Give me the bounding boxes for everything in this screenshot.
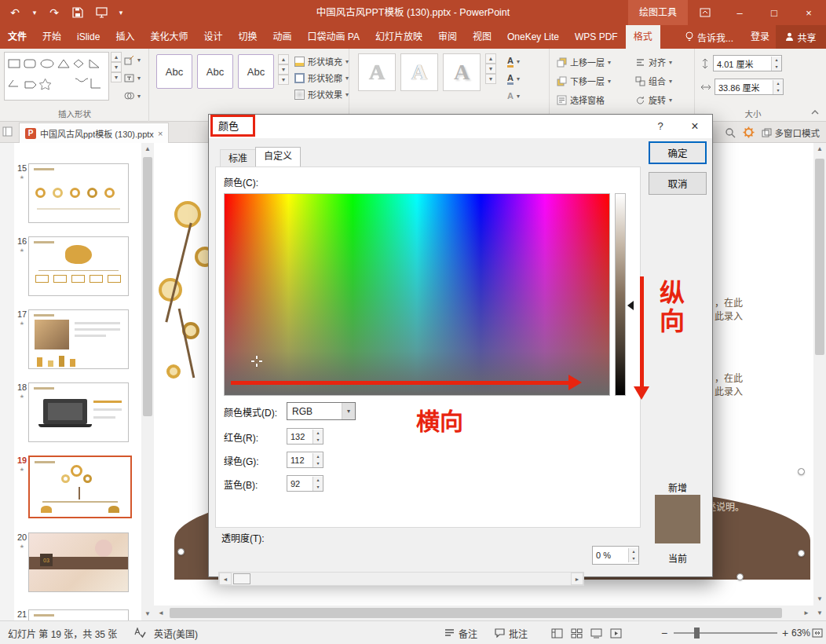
transparency-up-icon[interactable]: ▴ — [629, 548, 638, 555]
luminance-marker-icon[interactable] — [627, 301, 634, 310]
width-down-icon[interactable]: ▾ — [773, 87, 783, 94]
blue-field[interactable]: 92 ▴▾ — [287, 475, 323, 492]
minimize-button[interactable]: – — [722, 0, 757, 25]
dialog-help-button[interactable]: ? — [645, 115, 676, 138]
styles-scroll-down-icon[interactable]: ▾ — [278, 64, 289, 75]
text-outline-button[interactable]: A▾ — [507, 71, 520, 86]
normal-view-button[interactable] — [548, 624, 565, 642]
language-button[interactable]: 英语(美国) — [154, 621, 198, 644]
main-vertical-scrollbar[interactable]: ▲ ▼ — [813, 143, 826, 606]
fit-to-window-button[interactable] — [812, 621, 823, 644]
shapes-scroll-down-icon[interactable]: ▾ — [111, 62, 122, 72]
zoom-out-button[interactable]: − — [661, 621, 667, 644]
wordart-scroll-up-icon[interactable]: ▴ — [485, 53, 496, 64]
cancel-button[interactable]: 取消 — [649, 172, 707, 195]
color-mode-select[interactable]: RGB ▾ — [287, 402, 356, 420]
thumbnail-scrollbar[interactable]: ▲ ▼ — [141, 143, 154, 620]
group-button[interactable]: 组合▾ — [635, 73, 672, 89]
wordart-style-2[interactable]: A — [400, 53, 438, 91]
share-button[interactable]: 共享 — [776, 25, 826, 49]
tab-format[interactable]: 格式 — [626, 25, 660, 49]
text-fill-button[interactable]: A▾ — [507, 53, 520, 69]
tab-home[interactable]: 开始 — [35, 25, 69, 49]
text-box-button[interactable]: ▾ — [124, 70, 141, 86]
ribbon-display-options-button[interactable] — [688, 0, 722, 25]
slide-thumbnail[interactable]: 03 — [28, 532, 129, 592]
wordart-style-3[interactable]: A — [443, 53, 481, 91]
tab-onekey-lite[interactable]: OneKey Lite — [499, 25, 567, 49]
spell-check-button[interactable] — [133, 621, 146, 644]
color-mode-dropdown-icon[interactable]: ▾ — [342, 403, 355, 419]
shape-style-option-3[interactable]: Abc — [238, 54, 274, 89]
outline-panel-icon[interactable] — [2, 126, 13, 139]
maximize-button[interactable]: □ — [757, 0, 791, 25]
tab-wps-pdf[interactable]: WPS PDF — [567, 25, 626, 49]
shapes-gallery[interactable] — [4, 52, 109, 101]
shape-effects-button[interactable]: 形状效果▾ — [294, 86, 349, 102]
transparency-slider-thumb[interactable] — [233, 573, 250, 584]
shape-fill-button[interactable]: 形状填充▾ — [294, 53, 349, 69]
tab-design[interactable]: 设计 — [196, 25, 230, 49]
height-down-icon[interactable]: ▾ — [772, 64, 781, 71]
scroll-up-icon[interactable]: ▲ — [813, 143, 826, 156]
blue-down-icon[interactable]: ▾ — [313, 484, 323, 491]
text-effects-button[interactable]: A▾ — [507, 88, 520, 104]
zoom-percentage[interactable]: 63% — [791, 621, 810, 644]
tab-file[interactable]: 文件 — [0, 25, 35, 49]
color-gradient-field[interactable] — [224, 193, 610, 396]
notes-button[interactable]: 备注 — [444, 621, 477, 644]
close-button[interactable]: × — [791, 0, 826, 25]
zoom-slider[interactable] — [674, 621, 777, 644]
selection-handle[interactable] — [798, 468, 805, 475]
scroll-right-icon[interactable]: ► — [802, 607, 810, 620]
selection-handle[interactable] — [736, 573, 744, 580]
shape-style-option-1[interactable]: Abc — [156, 54, 192, 89]
shapes-more-icon[interactable]: ▾ — [111, 72, 122, 82]
selection-pane-button[interactable]: 选择窗格 — [557, 92, 611, 108]
height-up-icon[interactable]: ▴ — [772, 57, 781, 64]
document-tab-close-icon[interactable]: × — [158, 129, 163, 138]
shape-width-field[interactable]: 33.86 厘米 ▴▾ — [715, 79, 784, 95]
slide-thumbnail[interactable] — [28, 236, 129, 296]
slide-sorter-view-button[interactable] — [568, 624, 585, 642]
rotate-button[interactable]: 旋转▾ — [635, 92, 672, 108]
width-up-icon[interactable]: ▴ — [773, 80, 783, 87]
multi-window-button[interactable]: 多窗口模式 — [762, 126, 821, 139]
reading-view-button[interactable] — [587, 624, 605, 642]
islide-gear-icon[interactable] — [743, 126, 755, 138]
scroll-left-icon[interactable]: ◄ — [157, 607, 165, 620]
tab-review[interactable]: 审阅 — [430, 25, 465, 49]
horizontal-scrollbar-thumb[interactable] — [170, 608, 782, 618]
styles-more-icon[interactable]: ▾ — [278, 75, 289, 85]
transparency-field[interactable]: 0 % ▴▾ — [592, 546, 639, 565]
selection-handle[interactable] — [177, 548, 185, 555]
shape-height-field[interactable]: 4.01 厘米 ▴▾ — [713, 55, 782, 71]
shape-outline-button[interactable]: 形状轮廓▾ — [294, 70, 349, 86]
wordart-more-icon[interactable]: ▾ — [485, 74, 496, 84]
slider-right-icon[interactable]: ► — [571, 573, 583, 585]
wordart-style-1[interactable]: A — [358, 53, 396, 91]
tab-animations[interactable]: 动画 — [265, 25, 299, 49]
blue-up-icon[interactable]: ▴ — [313, 477, 323, 484]
transparency-slider[interactable]: ◄ ► — [218, 572, 584, 586]
wordart-scroll-down-icon[interactable]: ▾ — [485, 64, 496, 74]
zoom-slider-thumb[interactable] — [694, 628, 700, 639]
red-field[interactable]: 132 ▴▾ — [287, 428, 323, 445]
slide-thumbnail[interactable] — [28, 382, 129, 442]
slideshow-view-button[interactable] — [607, 624, 624, 642]
collapse-ribbon-button[interactable] — [810, 107, 820, 118]
dialog-close-button[interactable]: × — [679, 115, 711, 138]
slider-left-icon[interactable]: ◄ — [219, 573, 232, 585]
merge-shapes-button[interactable]: ▾ — [124, 88, 141, 104]
tell-me-box[interactable]: 告诉我... — [685, 25, 733, 49]
scroll-down-icon[interactable]: ▼ — [813, 593, 826, 606]
tab-slideshow[interactable]: 幻灯片放映 — [367, 25, 430, 49]
tab-insert[interactable]: 插入 — [108, 25, 142, 49]
search-enhance-icon[interactable] — [725, 127, 736, 138]
slide-thumbnail[interactable] — [28, 456, 132, 518]
tab-transitions[interactable]: 切换 — [230, 25, 265, 49]
main-horizontal-scrollbar[interactable]: ◄ ► — [154, 606, 813, 620]
green-down-icon[interactable]: ▾ — [313, 460, 323, 467]
red-down-icon[interactable]: ▾ — [313, 437, 323, 444]
slide-thumbnail[interactable] — [28, 309, 129, 369]
